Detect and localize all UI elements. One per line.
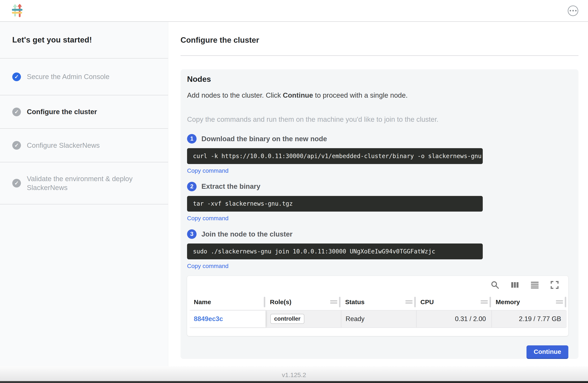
step-3-title: Join the node to the cluster <box>201 230 293 238</box>
column-menu-icon[interactable] <box>481 300 488 304</box>
column-resize-handle[interactable] <box>264 297 265 307</box>
sidebar-item-label: Validate the environment & deploy Slacke… <box>27 174 151 192</box>
column-header-cpu[interactable]: CPU <box>416 294 491 310</box>
column-header-label: Memory <box>496 298 520 306</box>
role-chip: controller <box>270 314 304 324</box>
table-toolbar <box>189 276 566 294</box>
step-2-copy-command-link[interactable]: Copy command <box>187 215 229 222</box>
column-menu-icon[interactable] <box>405 300 413 304</box>
step-1-header: 1 Download the binary on the new node <box>187 134 568 144</box>
step-3-copy-command-link[interactable]: Copy command <box>187 263 229 270</box>
cell-node-name: 8849ec3c <box>189 311 266 327</box>
cell-node-cpu: 0.31 / 2.00 <box>416 311 491 327</box>
copy-instruction-text: Copy the commands and run them on the ma… <box>187 115 568 124</box>
column-header-label: CPU <box>420 298 434 306</box>
nodes-heading: Nodes <box>187 75 568 84</box>
density-icon[interactable] <box>530 280 539 289</box>
check-circle-pending-icon <box>12 179 21 188</box>
sidebar-item-validate-deploy[interactable]: Validate the environment & deploy Slacke… <box>0 162 168 204</box>
column-header-label: Name <box>194 298 211 306</box>
sidebar-item-configure-cluster[interactable]: Configure the cluster <box>0 95 168 129</box>
column-resize-handle[interactable] <box>565 297 566 307</box>
column-menu-icon[interactable] <box>330 300 338 304</box>
step-1-title: Download the binary on the new node <box>201 135 327 143</box>
continue-button[interactable]: Continue <box>526 345 568 359</box>
column-resize-handle[interactable] <box>339 297 340 307</box>
column-header-label: Status <box>345 298 365 306</box>
continue-row: Continue <box>187 345 568 359</box>
main-panel: Configure the cluster Nodes Add nodes to… <box>168 22 588 366</box>
column-header-roles[interactable]: Role(s) <box>266 294 341 310</box>
page-footer: v1.125.2 <box>0 366 588 383</box>
check-circle-pending-icon <box>12 107 21 116</box>
nodes-card: Nodes Add nodes to the cluster. Click Co… <box>181 69 579 359</box>
column-resize-handle[interactable] <box>414 297 416 307</box>
bottom-bar <box>0 381 588 383</box>
sidebar-title: Let's get you started! <box>0 22 168 59</box>
sidebar-item-label: Configure SlackerNews <box>27 141 100 150</box>
setup-sidebar: Let's get you started! Secure the Admin … <box>0 22 168 366</box>
step-1-copy-command-link[interactable]: Copy command <box>187 167 229 174</box>
column-header-name[interactable]: Name <box>189 294 266 310</box>
table-row: 8849ec3c controller Ready 0.31 / 2.00 2. <box>189 310 566 328</box>
ellipsis-icon <box>570 10 577 11</box>
page-title: Configure the cluster <box>181 36 579 44</box>
fullscreen-icon[interactable] <box>550 280 559 289</box>
step-2-number-badge: 2 <box>187 182 197 191</box>
intro-text-post: to proceed with a single node. <box>313 91 408 99</box>
step-3-header: 3 Join the node to the cluster <box>187 229 568 239</box>
nodes-table-card: Name Role(s) <box>187 276 568 336</box>
cell-node-memory: 2.19 / 7.77 GB <box>491 311 567 327</box>
sidebar-item-label: Configure the cluster <box>27 107 97 116</box>
cell-node-roles: controller <box>266 311 341 327</box>
intro-text-bold: Continue <box>283 91 313 99</box>
step-1-command-code: curl -k https://10.0.0.11:30000/api/v1/e… <box>187 148 483 164</box>
check-circle-pending-icon <box>12 141 21 150</box>
column-menu-icon[interactable] <box>556 300 564 304</box>
step-3-command-code: sudo ./slackernews-gnu join 10.0.0.11:30… <box>187 243 483 259</box>
column-header-memory[interactable]: Memory <box>491 294 567 310</box>
app-window: Let's get you started! Secure the Admin … <box>0 0 588 383</box>
step-2-title: Extract the binary <box>201 182 260 191</box>
slackernews-logo-icon <box>12 4 23 18</box>
version-label: v1.125.2 <box>282 371 306 379</box>
memory-value: 2.19 / 7.77 GB <box>519 315 561 323</box>
step-3-number-badge: 3 <box>187 229 197 239</box>
step-2-command-code: tar -xvf slackernews-gnu.tgz <box>187 196 483 212</box>
status-text: Ready <box>346 315 365 323</box>
top-header <box>0 0 588 22</box>
table-header-row: Name Role(s) <box>189 294 566 310</box>
more-menu-button[interactable] <box>568 5 578 16</box>
search-icon[interactable] <box>491 280 500 289</box>
sidebar-item-configure-slackernews[interactable]: Configure SlackerNews <box>0 129 168 162</box>
node-name-link[interactable]: 8849ec3c <box>194 315 223 323</box>
cell-node-status: Ready <box>341 311 416 327</box>
column-header-status[interactable]: Status <box>341 294 416 310</box>
step-2-header: 2 Extract the binary <box>187 182 568 191</box>
sidebar-item-secure-admin-console[interactable]: Secure the Admin Console <box>0 59 168 95</box>
intro-text-pre: Add nodes to the cluster. Click <box>187 91 283 99</box>
columns-icon[interactable] <box>510 280 519 289</box>
check-circle-complete-icon <box>12 72 21 81</box>
step-1-number-badge: 1 <box>187 134 197 144</box>
column-resize-handle[interactable] <box>489 297 491 307</box>
nodes-intro-text: Add nodes to the cluster. Click Continue… <box>187 91 568 99</box>
body-row: Let's get you started! Secure the Admin … <box>0 22 588 366</box>
title-divider <box>181 55 579 56</box>
sidebar-item-label: Secure the Admin Console <box>27 72 109 81</box>
column-header-label: Role(s) <box>270 298 292 306</box>
cpu-value: 0.31 / 2.00 <box>455 315 486 323</box>
